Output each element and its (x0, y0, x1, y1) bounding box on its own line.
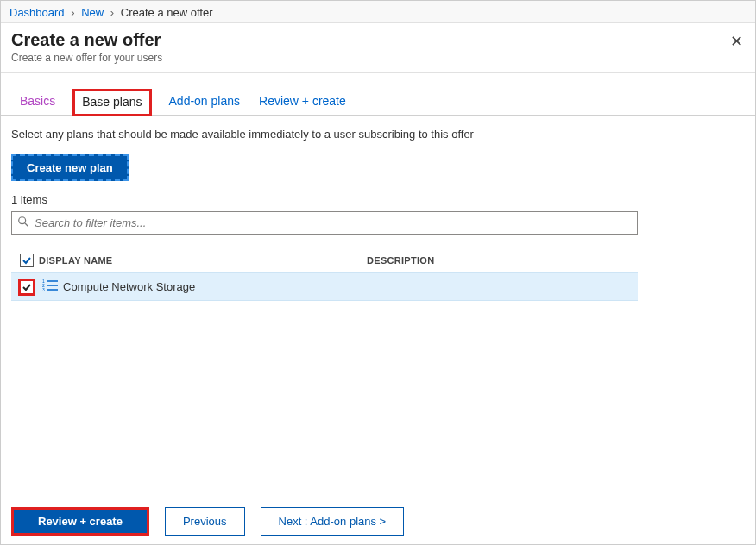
items-count-label: 1 items (11, 193, 745, 206)
select-all-checkbox[interactable] (20, 254, 34, 267)
footer-bar: Review + create Previous Next : Add-on p… (1, 498, 755, 544)
table-row[interactable]: 1 2 3 Compute Network Storage (11, 272, 638, 301)
col-display-name[interactable]: DISPLAY NAME (39, 255, 367, 266)
tab-base-plans[interactable]: Base plans (72, 89, 151, 116)
breadcrumb-dashboard[interactable]: Dashboard (9, 6, 65, 19)
tab-review-create[interactable]: Review + create (257, 89, 348, 115)
row-display-name: Compute Network Storage (63, 280, 634, 293)
tab-basics[interactable]: Basics (18, 89, 57, 115)
chevron-right-icon: › (71, 6, 74, 19)
page-subtitle: Create a new offer for your users (11, 52, 745, 64)
breadcrumb-new[interactable]: New (81, 6, 104, 19)
search-input[interactable] (35, 216, 632, 229)
breadcrumb: Dashboard › New › Create a new offer (1, 1, 755, 23)
page-title: Create a new offer (11, 30, 745, 50)
tab-addon-plans[interactable]: Add-on plans (167, 89, 243, 115)
create-new-plan-button[interactable]: Create new plan (11, 154, 129, 181)
row-checkbox[interactable] (20, 280, 34, 294)
instruction-text: Select any plans that should be made ava… (11, 128, 745, 141)
previous-button[interactable]: Previous (165, 507, 245, 536)
col-description[interactable]: DESCRIPTION (367, 255, 634, 266)
table-header: DISPLAY NAME DESCRIPTION (11, 248, 638, 272)
plans-table: DISPLAY NAME DESCRIPTION 1 2 3 Compute N… (11, 248, 638, 301)
chevron-right-icon: › (110, 6, 114, 19)
tabs-bar: Basics Base plans Add-on plans Review + … (1, 73, 755, 116)
page-header: Create a new offer Create a new offer fo… (1, 23, 755, 73)
next-button[interactable]: Next : Add-on plans > (261, 507, 405, 536)
search-icon (17, 216, 35, 230)
breadcrumb-current: Create a new offer (121, 6, 213, 19)
search-filter-wrap[interactable] (11, 211, 638, 235)
close-icon[interactable]: ✕ (730, 32, 743, 51)
svg-point-0 (19, 217, 26, 224)
svg-line-1 (25, 223, 28, 227)
content-area: Select any plans that should be made ava… (1, 128, 755, 301)
svg-text:3: 3 (42, 287, 45, 292)
review-create-button[interactable]: Review + create (11, 507, 149, 536)
list-icon: 1 2 3 (42, 279, 60, 295)
